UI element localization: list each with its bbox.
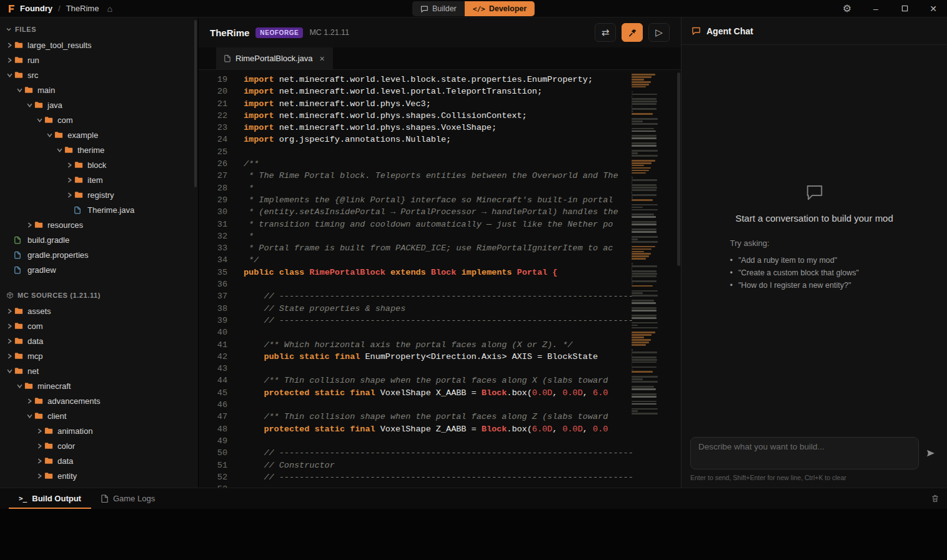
chevron-icon[interactable] [25, 396, 34, 406]
files-item-run[interactable]: run [0, 52, 198, 67]
chevron-icon[interactable] [65, 175, 74, 185]
chevron-icon[interactable] [35, 115, 44, 125]
code-line: 26/** [199, 158, 681, 170]
titlebar: Foundry / TheRime ⌂ Builder </> Develope… [0, 0, 947, 17]
folder-icon [54, 130, 66, 140]
build-button[interactable] [622, 23, 643, 42]
tree-label: block [87, 160, 106, 170]
chat-hint: Enter to send, Shift+Enter for new line,… [690, 474, 938, 481]
mc-item-data[interactable]: data [0, 333, 198, 348]
files-item-src[interactable]: src [0, 67, 198, 82]
close-button[interactable]: ✕ [925, 1, 942, 16]
code-editor[interactable]: 19import net.minecraft.world.level.block… [199, 70, 681, 488]
code-line: 25 [199, 146, 681, 158]
builder-mode-button[interactable]: Builder [412, 1, 465, 16]
chevron-icon[interactable] [15, 381, 24, 391]
minimap[interactable] [632, 74, 675, 488]
code-line: 49 [199, 435, 681, 447]
tree-label: minecraft [37, 381, 71, 391]
code-line: 36 [199, 278, 681, 290]
scrollbar-thumb[interactable] [677, 72, 680, 266]
files-item-therime[interactable]: therime [0, 142, 198, 157]
code-line: 41 /** Which horizontal axis the portal … [199, 339, 681, 351]
files-section-label: FILES [15, 26, 36, 33]
chevron-icon[interactable] [5, 322, 14, 331]
editor-scrollbar[interactable] [677, 70, 681, 488]
chevron-icon[interactable] [55, 145, 64, 155]
chevron-icon[interactable] [25, 220, 34, 230]
home-icon[interactable]: ⌂ [107, 4, 112, 13]
mc-item-client[interactable]: client [0, 408, 198, 423]
files-item-therime-java[interactable]: Therime.java [0, 202, 198, 217]
run-button[interactable]: ▷ [648, 23, 670, 42]
tree-label: registry [87, 190, 114, 200]
files-item-main[interactable]: main [0, 82, 198, 97]
code-lines: 19import net.minecraft.world.level.block… [199, 74, 681, 488]
files-item-item[interactable]: item [0, 172, 198, 187]
chevron-icon[interactable] [5, 41, 14, 50]
send-icon[interactable] [923, 448, 938, 458]
files-item-resources[interactable]: resources [0, 217, 198, 232]
tab-game-logs[interactable]: Game Logs [91, 488, 165, 509]
chevron-icon[interactable] [5, 336, 14, 346]
files-item-registry[interactable]: registry [0, 187, 198, 202]
mc-item-entity[interactable]: entity [0, 468, 198, 483]
files-item-gradlew[interactable]: gradlew [0, 262, 198, 277]
tab-rimeportalblock-java[interactable]: RimePortalBlock.java × [216, 47, 333, 69]
line-number: 31 [199, 219, 227, 230]
files-item-com[interactable]: com [0, 112, 198, 127]
mc-item-mcp[interactable]: mcp [0, 348, 198, 363]
chevron-icon[interactable] [25, 411, 34, 421]
tab-build-output[interactable]: >_ Build Output [9, 488, 91, 509]
trash-icon[interactable] [931, 494, 940, 503]
mc-sources-section-header[interactable]: MC SOURCES (1.21.11) [0, 287, 198, 303]
mc-item-minecraft[interactable]: minecraft [0, 378, 198, 393]
files-item-java[interactable]: java [0, 97, 198, 112]
chevron-down-icon [6, 27, 11, 32]
chevron-icon[interactable] [5, 307, 14, 316]
chevron-icon[interactable] [15, 86, 24, 95]
tab-close-icon[interactable]: × [320, 54, 325, 64]
mc-item-data[interactable]: data [0, 453, 198, 468]
minimize-button[interactable]: – [867, 1, 885, 16]
developer-mode-button[interactable]: </> Developer [465, 1, 535, 16]
maximize-button[interactable] [896, 1, 913, 16]
settings-gear-icon[interactable]: ⚙ [838, 1, 856, 16]
chevron-icon[interactable] [45, 130, 54, 140]
chevron-icon[interactable] [65, 160, 74, 170]
mc-item-com[interactable]: com [0, 318, 198, 333]
chevron-icon[interactable] [25, 101, 34, 110]
chevron-icon[interactable] [5, 71, 14, 80]
files-item-large-tool-results[interactable]: large_tool_results [0, 37, 198, 52]
mc-item-net[interactable]: net [0, 363, 198, 378]
files-tree: large_tool_resultsrunsrcmainjavacomexamp… [0, 37, 198, 277]
chat-input[interactable] [690, 437, 919, 469]
sidebar-scrollbar[interactable] [194, 20, 197, 187]
tree-label: color [57, 441, 75, 451]
mc-item-advancements[interactable]: advancements [0, 393, 198, 408]
folder-icon [44, 471, 56, 481]
chevron-icon[interactable] [5, 366, 14, 376]
code-line: 48 protected static final VoxelShape Z_A… [199, 423, 681, 435]
files-item-block[interactable]: block [0, 157, 198, 172]
line-number: 53 [199, 483, 227, 488]
sync-button[interactable]: ⇄ [595, 23, 616, 42]
chevron-icon[interactable] [35, 426, 44, 436]
tree-label: mcp [27, 351, 43, 361]
files-item-build-gradle[interactable]: build.gradle [0, 232, 198, 247]
chevron-icon[interactable] [35, 441, 44, 451]
chevron-icon[interactable] [5, 56, 14, 65]
files-section-header[interactable]: FILES [0, 21, 198, 37]
chevron-icon[interactable] [5, 351, 14, 361]
chevron-icon[interactable] [35, 456, 44, 466]
line-number: 52 [199, 471, 227, 483]
folder-icon [44, 115, 56, 125]
suggestion-item: •"How do I register a new entity?" [730, 279, 899, 292]
mc-item-animation[interactable]: animation [0, 423, 198, 438]
files-item-gradle-properties[interactable]: gradle.properties [0, 247, 198, 262]
chevron-icon[interactable] [35, 471, 44, 481]
mc-item-color[interactable]: color [0, 438, 198, 453]
files-item-example[interactable]: example [0, 127, 198, 142]
chevron-icon[interactable] [65, 190, 74, 200]
mc-item-assets[interactable]: assets [0, 303, 198, 318]
